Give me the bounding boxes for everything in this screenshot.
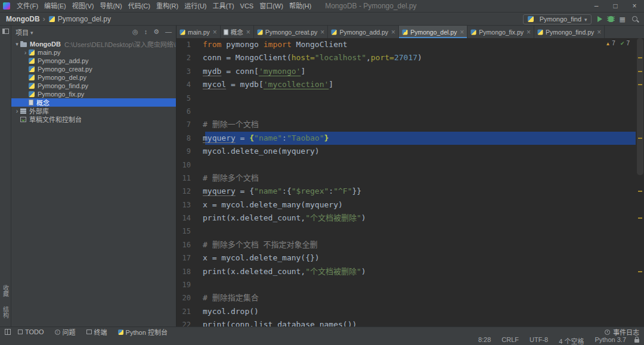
tree-item[interactable]: Pymongo_fix.py: [11, 90, 176, 98]
code-editor[interactable]: 1from pymongo import MongoClient2conn = …: [177, 38, 644, 327]
editor-tab[interactable]: Pymongo_creat.py: [254, 26, 329, 38]
code-line[interactable]: 5: [177, 92, 636, 105]
code-line[interactable]: 1from pymongo import MongoClient: [177, 38, 636, 51]
minimize-button[interactable]: –: [587, 0, 606, 12]
code-line[interactable]: 10: [177, 158, 636, 172]
project-tool-window-icon[interactable]: [2, 29, 9, 34]
status-widget[interactable]: Python 3.7: [595, 336, 626, 345]
code-line[interactable]: 3mydb = conn['mymongo']: [177, 65, 636, 78]
line-number[interactable]: 3: [177, 65, 198, 78]
line-number[interactable]: 16: [177, 238, 198, 251]
code-line[interactable]: 13x = mycol.delete_many(myquery): [177, 198, 636, 212]
error-stripe-mark[interactable]: [638, 271, 642, 272]
close-button[interactable]: ×: [625, 0, 644, 12]
line-number[interactable]: 17: [177, 251, 198, 265]
code-line[interactable]: 15: [177, 225, 636, 238]
code-line[interactable]: 19: [177, 278, 636, 291]
line-number[interactable]: 2: [177, 51, 198, 64]
tree-item[interactable]: 外部库: [11, 107, 176, 115]
editor-tab[interactable]: Pymongo_del.py: [399, 26, 467, 38]
error-stripe-mark[interactable]: [638, 71, 642, 72]
debug-button[interactable]: [608, 16, 614, 22]
code-line[interactable]: 22print(conn.list_database_names()): [177, 318, 636, 327]
settings-gear-icon[interactable]: ⚙: [153, 29, 159, 35]
menu-item[interactable]: 帮助(H): [286, 0, 314, 12]
code-line[interactable]: 20# 删除指定集合: [177, 291, 636, 304]
locate-file-icon[interactable]: ◎: [132, 29, 138, 35]
menu-item[interactable]: 重构(R): [153, 0, 181, 12]
code-line[interactable]: 14print(x.deleted_count,"个文档被删除"): [177, 212, 636, 225]
tool-window-button[interactable]: 问题: [55, 327, 76, 337]
status-widget[interactable]: CRLF: [501, 336, 519, 345]
project-panel-title[interactable]: 项目: [16, 27, 29, 37]
menu-item[interactable]: 工具(T): [210, 0, 237, 12]
breadcrumb-project[interactable]: MongoDB: [6, 15, 40, 23]
menu-item[interactable]: 代码(C): [125, 0, 153, 12]
search-everywhere-icon[interactable]: [631, 15, 639, 23]
line-number[interactable]: 7: [177, 118, 198, 131]
close-icon[interactable]: [213, 29, 217, 36]
error-stripe-mark[interactable]: [638, 217, 642, 219]
menu-item[interactable]: 运行(U): [181, 0, 209, 12]
tree-item[interactable]: MongoDBC:\Users\DELI\Desktop\深入爬虫网络\Mong…: [11, 40, 176, 48]
code-line[interactable]: 4mycol = mydb['mycollection']: [177, 78, 636, 91]
line-number[interactable]: 8: [177, 132, 198, 145]
tree-item[interactable]: Pymongo_add.py: [11, 57, 176, 65]
code-line[interactable]: 12myquery = {"name":{"$regex":"^F"}}: [177, 185, 636, 198]
editor-tab[interactable]: 概念: [221, 26, 254, 38]
menu-item[interactable]: 导航(N): [97, 0, 125, 12]
tool-window-button[interactable]: 结构: [1, 306, 10, 318]
editor-tab[interactable]: Pymongo_fix.py: [467, 26, 534, 38]
maximize-button[interactable]: □: [606, 0, 625, 12]
menu-item[interactable]: 文件(F): [14, 0, 41, 12]
inspections-widget[interactable]: 7 7: [605, 40, 630, 46]
chevron-down-icon[interactable]: [14, 42, 20, 47]
line-number[interactable]: 5: [177, 92, 198, 105]
tree-item[interactable]: 草稿文件和控制台: [11, 115, 176, 123]
editor-tab[interactable]: Pymongo_add.py: [328, 26, 399, 38]
line-number[interactable]: 12: [177, 185, 198, 198]
status-widget[interactable]: 4 个空格: [559, 336, 584, 345]
editor-tab[interactable]: main.py: [177, 26, 221, 38]
line-number[interactable]: 14: [177, 212, 198, 225]
code-line[interactable]: 7# 删除一个文档: [177, 118, 636, 131]
close-icon[interactable]: [320, 29, 324, 36]
chevron-right-icon[interactable]: [22, 49, 29, 56]
tool-window-button[interactable]: Python 控制台: [118, 327, 168, 337]
menu-item[interactable]: 窗口(W): [256, 0, 286, 12]
line-number[interactable]: 6: [177, 105, 198, 118]
status-widget[interactable]: 8:28: [478, 336, 491, 345]
code-line[interactable]: 8myquery = {"name":"Taobao"}: [177, 132, 636, 145]
line-number[interactable]: 18: [177, 265, 198, 278]
tool-window-switcher-icon[interactable]: [5, 329, 11, 335]
line-number[interactable]: 20: [177, 291, 198, 304]
code-line[interactable]: 9mycol.delete_one(myquery): [177, 145, 636, 158]
code-line[interactable]: 11# 删除多个文档: [177, 172, 636, 185]
menu-item[interactable]: 编辑(E): [41, 0, 69, 12]
line-number[interactable]: 9: [177, 145, 198, 158]
code-line[interactable]: 16# 删除多个文档 不指定对象全删: [177, 238, 636, 251]
hide-panel-icon[interactable]: —: [165, 29, 172, 35]
error-stripe-mark[interactable]: [638, 191, 642, 192]
close-icon[interactable]: [391, 29, 395, 36]
tree-item[interactable]: 概念: [11, 98, 176, 107]
close-icon[interactable]: [527, 29, 531, 36]
menu-item[interactable]: VCS: [237, 0, 257, 12]
code-line[interactable]: 6: [177, 105, 636, 118]
close-icon[interactable]: [460, 29, 464, 36]
code-line[interactable]: 2conn = MongoClient(host="localhost",por…: [177, 51, 636, 64]
tool-window-button[interactable]: TODO: [18, 328, 44, 335]
line-number[interactable]: 15: [177, 225, 198, 238]
code-line[interactable]: 18print(x.deleted_count,"个文档被删除"): [177, 265, 636, 278]
tree-item[interactable]: Pymongo_creat.py: [11, 65, 176, 73]
tree-item[interactable]: main.py: [11, 48, 176, 57]
error-stripe-mark[interactable]: [638, 84, 642, 85]
event-log-button[interactable]: 事件日志: [605, 327, 639, 337]
chevron-down-icon[interactable]: [30, 29, 33, 36]
run-config-selector[interactable]: Pymongo_find: [523, 14, 592, 24]
line-number[interactable]: 4: [177, 78, 198, 91]
code-line[interactable]: 17x = mycol.delete_many({}): [177, 251, 636, 265]
line-number[interactable]: 1: [177, 38, 198, 51]
lock-icon[interactable]: [634, 339, 639, 343]
error-stripe-mark[interactable]: [638, 57, 642, 58]
